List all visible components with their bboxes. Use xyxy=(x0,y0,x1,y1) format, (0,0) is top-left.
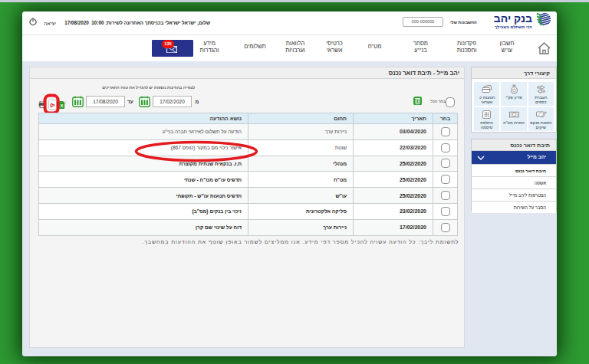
svg-text:X: X xyxy=(60,103,63,108)
